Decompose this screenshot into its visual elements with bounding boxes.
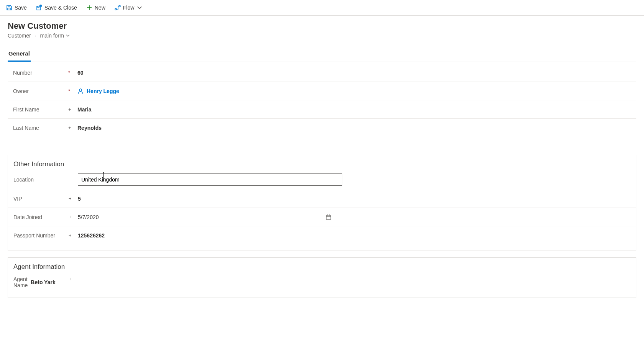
plus-icon <box>86 5 92 11</box>
passport-value: 125626262 <box>78 232 105 239</box>
vip-label: VIP <box>13 196 22 202</box>
save-close-label: Save & Close <box>44 5 77 11</box>
command-bar: Save Save & Close New Flow <box>0 0 644 16</box>
agent-name-label: Agent Name <box>13 276 28 288</box>
date-joined-value: 5/7/2020 <box>78 214 99 220</box>
last-name-label: Last Name <box>13 125 39 131</box>
page-title: New Customer <box>8 21 636 31</box>
recommended-icon: + <box>69 196 72 201</box>
passport-label: Passport Number <box>13 232 55 239</box>
owner-label: Owner <box>13 88 29 94</box>
calendar-icon[interactable] <box>325 214 332 220</box>
field-owner[interactable]: Owner * Henry Legge <box>8 82 636 100</box>
first-name-value: Maria <box>77 106 92 113</box>
field-first-name[interactable]: First Name + Maria <box>8 100 636 119</box>
location-input[interactable] <box>78 173 342 186</box>
tab-general[interactable]: General <box>8 47 31 62</box>
svg-point-4 <box>119 5 120 7</box>
person-icon <box>77 88 84 94</box>
field-location[interactable]: Location <box>8 170 636 190</box>
form-selector[interactable]: main form <box>40 33 70 39</box>
section-title-other: Other Information <box>8 155 636 170</box>
field-date-joined[interactable]: Date Joined + 5/7/2020 <box>8 208 636 226</box>
new-button[interactable]: New <box>84 3 108 12</box>
svg-point-3 <box>115 8 117 10</box>
separator: · <box>35 33 36 39</box>
field-last-name[interactable]: Last Name + Reynolds <box>8 119 636 137</box>
tab-list: General <box>0 47 644 62</box>
first-name-label: First Name <box>13 106 39 113</box>
recommended-icon: + <box>69 232 72 238</box>
agent-name-value: Beto Yark <box>31 279 55 285</box>
save-label: Save <box>15 5 27 11</box>
last-name-value: Reynolds <box>77 125 102 131</box>
save-button[interactable]: Save <box>4 3 29 12</box>
page-header: New Customer Customer · main form <box>0 16 644 42</box>
section-agent-information: Agent Information Agent Name + Beto Yark <box>8 257 636 298</box>
date-joined-label: Date Joined <box>13 214 42 220</box>
save-close-button[interactable]: Save & Close <box>34 3 79 12</box>
section-other-information: Other Information Location VIP + 5 <box>8 155 636 250</box>
flow-icon <box>115 5 121 11</box>
owner-value: Henry Legge <box>87 88 119 94</box>
flow-button[interactable]: Flow <box>112 3 145 12</box>
save-icon <box>6 5 12 11</box>
entity-label: Customer <box>8 33 31 39</box>
number-value: 60 <box>77 70 84 76</box>
vip-value: 5 <box>78 196 81 202</box>
breadcrumb: Customer · main form <box>8 33 636 39</box>
svg-rect-6 <box>326 215 331 219</box>
owner-lookup[interactable]: Henry Legge <box>77 88 119 94</box>
section-general: Number * 60 Owner * Henry Legge <box>8 62 636 148</box>
flow-label: Flow <box>123 5 135 11</box>
required-icon: * <box>68 70 70 75</box>
field-vip[interactable]: VIP + 5 <box>8 190 636 208</box>
recommended-icon: + <box>68 125 71 131</box>
location-label: Location <box>13 177 34 183</box>
chevron-down-icon <box>136 5 143 11</box>
form-name: main form <box>40 33 64 39</box>
chevron-down-icon <box>66 33 70 38</box>
section-title-agent: Agent Information <box>8 258 636 272</box>
svg-point-5 <box>79 89 82 91</box>
required-icon: * <box>68 88 70 94</box>
field-number[interactable]: Number * 60 <box>8 64 636 82</box>
number-label: Number <box>13 70 32 76</box>
field-agent-name[interactable]: Agent Name + Beto Yark <box>8 272 238 292</box>
save-close-icon <box>36 5 42 11</box>
new-label: New <box>95 5 105 11</box>
recommended-icon: + <box>68 106 71 112</box>
recommended-icon: + <box>69 214 72 220</box>
field-passport-number[interactable]: Passport Number + 125626262 <box>8 226 636 245</box>
